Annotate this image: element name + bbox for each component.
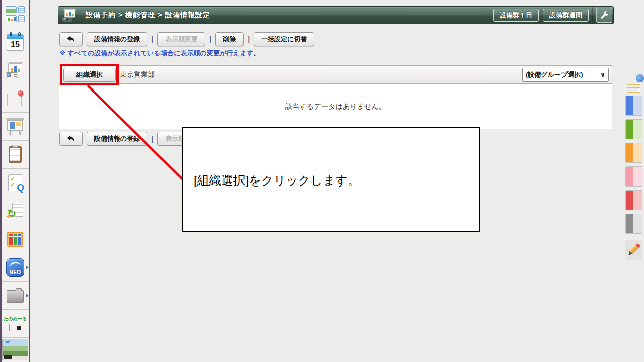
toolbar-separator: | <box>151 135 153 143</box>
facility-group-select[interactable]: (設備グループ選択) ∨ <box>522 68 609 82</box>
circulation-icon: ↻ <box>7 203 23 219</box>
flyout-arrow-icon <box>26 294 29 298</box>
facility-list-area: 該当するデータはありません。 <box>59 84 612 129</box>
sidebar-item-circulation[interactable]: ↻ <box>2 197 29 225</box>
register-facility-button[interactable]: 設備情報の登録 <box>87 32 147 46</box>
pencil-icon[interactable] <box>625 240 642 260</box>
red-book-icon[interactable] <box>625 190 642 210</box>
organization-select-button[interactable]: 組織選択 <box>63 68 116 82</box>
settings-wrench-button[interactable] <box>596 8 612 23</box>
gray-book-icon[interactable] <box>625 214 642 234</box>
neo-app-icon: NEO <box>6 258 24 277</box>
back-button[interactable] <box>59 32 83 46</box>
register-facility-button[interactable]: 設備情報の登録 <box>87 132 147 146</box>
sidebar-item-bulletin-board[interactable] <box>2 113 29 141</box>
bulletin-board-icon <box>6 118 25 135</box>
selected-organization-label: 東京営業部 <box>120 70 155 79</box>
sidebar-item-facility-reservation[interactable] <box>2 56 29 84</box>
orange-book-icon[interactable] <box>625 143 642 163</box>
facility-reservation-icon <box>62 9 77 22</box>
empty-data-message: 該当するデータはありません。 <box>285 102 385 111</box>
clipboard-icon <box>9 146 22 163</box>
sidebar-item-tanomeru[interactable]: たのめーる <box>2 310 29 338</box>
sidebar-item-portal[interactable] <box>2 0 29 28</box>
organization-bar: 組織選択 東京営業部 (設備グループ選択) ∨ <box>59 65 612 84</box>
tanomeru-mascot-image <box>9 324 21 331</box>
bulk-setting-switch-button[interactable]: 一括設定に切替 <box>254 32 314 46</box>
flyout-arrow-icon <box>26 265 29 269</box>
calendar-day-label: 15 <box>7 40 23 49</box>
facility-group-day-button[interactable]: 設備群１日 <box>493 9 539 22</box>
instruction-callout: [組織選択]をクリックします。 <box>182 127 480 232</box>
neo-label: NEO <box>7 269 24 275</box>
delete-button[interactable]: 削除 <box>215 32 244 46</box>
sidebar-item-neo[interactable]: NEO <box>2 253 29 282</box>
folder-icon <box>7 290 24 303</box>
facility-reservation-icon <box>6 62 25 79</box>
check-glyph: ✓ <box>10 182 15 188</box>
display-order-note: ※ すべての設備が表示されている場合に表示順の変更が行えます。 <box>59 49 260 58</box>
sidebar-item-schedule[interactable]: 15 <box>2 28 29 56</box>
q-glyph: Q <box>17 182 24 193</box>
portal-icon <box>6 6 25 22</box>
cabinet-icon <box>7 232 23 247</box>
tanomeru-logo: たのめーる <box>4 316 27 331</box>
tanomeru-label: たのめーる <box>4 316 27 322</box>
instruction-text: [組織選択]をクリックします。 <box>194 172 360 189</box>
toolbar-separator: | <box>209 35 211 43</box>
sidebar-item-cabinet[interactable] <box>2 225 29 253</box>
toolbar-separator: | <box>248 35 250 43</box>
pink-book-icon[interactable] <box>625 166 642 187</box>
change-order-button[interactable]: 表示順変更 <box>157 32 205 46</box>
page-titlebar: 設備予約 > 機能管理 > 設備情報設定 設備群１日 設備群週間 <box>58 6 614 24</box>
sidebar-item-survey[interactable]: ✓ ✓ Q <box>2 169 29 197</box>
survey-icon: ✓ ✓ Q <box>8 174 22 191</box>
toolbar-separator: | <box>151 35 153 43</box>
back-arrow-icon <box>66 135 75 143</box>
sidebar-item-ad-banner[interactable] <box>2 338 29 361</box>
ad-banner-image <box>2 339 28 360</box>
facility-group-week-button[interactable]: 設備群週間 <box>543 9 589 22</box>
blue-book-icon[interactable] <box>625 96 642 116</box>
sticky-note-icon[interactable] <box>627 74 644 94</box>
sidebar-item-folder[interactable] <box>2 282 29 310</box>
chevron-down-icon: ∨ <box>600 71 605 78</box>
back-arrow-icon <box>66 35 75 43</box>
left-sidebar: 15 ✓ ✓ Q ↻ NEO <box>0 0 30 362</box>
wrench-icon <box>599 10 609 20</box>
header-divider <box>593 7 593 24</box>
toolbar-top: 設備情報の登録 | 表示順変更 | 削除 | 一括設定に切替 <box>59 32 314 46</box>
green-book-icon[interactable] <box>625 119 642 139</box>
facility-group-select-value: (設備グループ選択) <box>526 70 583 79</box>
memo-icon <box>7 91 23 106</box>
sidebar-item-memo[interactable] <box>2 84 29 113</box>
calendar-icon: 15 <box>7 34 24 51</box>
right-sidebar <box>624 0 644 362</box>
back-button[interactable] <box>59 132 83 146</box>
sidebar-item-clipboard[interactable] <box>2 141 29 169</box>
breadcrumb: 設備予約 > 機能管理 > 設備情報設定 <box>86 11 210 20</box>
